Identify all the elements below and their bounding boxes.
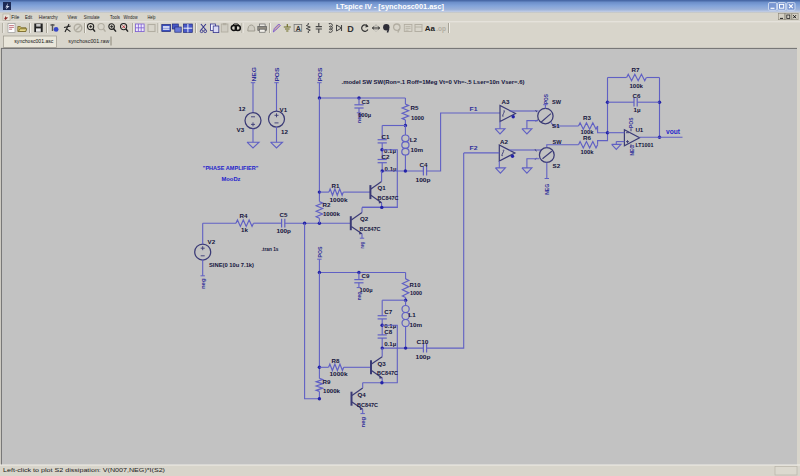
svg-text:Aa: Aa [425,24,436,33]
svg-text:R8: R8 [332,357,340,364]
svg-text:100µ: 100µ [360,286,373,293]
svg-text:POS: POS [628,117,634,128]
svg-text:"PHASE AMPLIFIER": "PHASE AMPLIFIER" [203,164,259,171]
svg-text:D: D [347,24,354,34]
svg-text:Hierarchy: Hierarchy [39,14,58,20]
svg-text:C5: C5 [280,211,288,218]
svg-text:C8: C8 [384,328,392,335]
svg-text:R4: R4 [240,212,248,219]
svg-text:Q4: Q4 [358,391,367,398]
svg-text:POS: POS [543,94,549,104]
svg-text:100k: 100k [581,148,595,155]
svg-text:.model SW SW(Ron=.1 Roff=1Meg: .model SW SW(Ron=.1 Roff=1Meg Vt=0 Vh=-.… [342,79,525,85]
svg-text:100p: 100p [277,227,292,234]
svg-text:NEG: NEG [544,184,550,195]
svg-text:10m: 10m [410,321,423,328]
svg-text:A: A [296,25,301,32]
svg-text:BC847C: BC847C [377,369,398,376]
svg-text:R9: R9 [323,378,331,385]
svg-text:vout: vout [666,128,681,135]
svg-text:R3: R3 [583,114,591,121]
svg-text:BC847C: BC847C [378,194,399,201]
svg-text:Q1: Q1 [378,184,387,191]
svg-text:1000k: 1000k [323,210,341,217]
svg-text:POS: POS [274,67,280,81]
svg-text:POS: POS [317,67,323,81]
svg-text:F1: F1 [470,105,479,112]
svg-text:V3: V3 [237,126,245,133]
svg-text:1000k: 1000k [330,196,349,203]
svg-text:.op: .op [436,25,446,33]
svg-text:100p: 100p [416,353,431,360]
svg-text:C1: C1 [382,133,390,140]
svg-text:S2: S2 [553,162,561,169]
svg-text:1000: 1000 [411,114,425,121]
svg-text:U1: U1 [635,126,643,133]
svg-text:12: 12 [239,105,246,112]
svg-text:Edit: Edit [25,14,33,20]
svg-text:LT1001: LT1001 [636,141,654,148]
svg-text:neg: neg [200,278,206,289]
svg-text:1000: 1000 [410,289,422,296]
svg-text:Q2: Q2 [360,215,369,222]
svg-text:synchosc001.asc: synchosc001.asc [14,38,53,44]
svg-text:Left-click to plot S2 dissipat: Left-click to plot S2 dissipation: V(N00… [3,467,165,473]
svg-text:R1: R1 [332,182,340,189]
svg-text:1000k: 1000k [323,387,341,394]
svg-text:C6: C6 [633,92,641,99]
svg-text:1000k: 1000k [330,370,349,377]
svg-text:R6: R6 [583,134,591,141]
svg-text:neg: neg [356,292,362,301]
svg-text:C7: C7 [384,308,392,315]
svg-text:LTspice IV - [synchosc001.asc]: LTspice IV - [synchosc001.asc] [336,3,444,11]
svg-text:A3: A3 [502,98,510,105]
svg-text:V2: V2 [208,238,216,245]
svg-text:SW: SW [553,138,562,145]
svg-text:MooDz: MooDz [222,175,241,182]
svg-text:neg: neg [359,242,365,249]
svg-text:1k: 1k [241,226,248,233]
svg-text:C2: C2 [382,153,390,160]
svg-text:10m: 10m [411,146,424,153]
svg-text:View: View [68,14,78,20]
svg-text:SW: SW [552,98,561,105]
svg-text:BC847C: BC847C [360,225,381,232]
svg-text:synchosc001.raw: synchosc001.raw [68,38,110,44]
svg-text:1µ: 1µ [634,106,641,113]
svg-text:File: File [11,14,19,20]
svg-text:Simulate: Simulate [84,14,100,20]
svg-text:R5: R5 [411,104,419,111]
svg-text:Q3: Q3 [378,360,387,367]
svg-text:POS: POS [317,246,323,257]
svg-text:100k: 100k [630,82,644,89]
svg-text:R7: R7 [632,66,640,73]
svg-text:BC847C: BC847C [357,401,378,408]
svg-text:100µ: 100µ [358,111,371,118]
svg-text:L2: L2 [410,136,418,143]
svg-text:NEG: NEG [251,67,257,82]
svg-text:Tools: Tools [110,14,120,20]
svg-text:S1: S1 [552,122,560,129]
svg-text:F2: F2 [470,144,479,151]
svg-text:NEG: NEG [629,145,635,156]
svg-text:L1: L1 [409,311,417,318]
svg-text:C10: C10 [417,338,430,345]
svg-text:neg: neg [360,416,366,427]
svg-text:C4: C4 [420,161,428,168]
svg-text:.tran 1s: .tran 1s [262,246,280,252]
svg-text:12: 12 [281,128,288,135]
svg-text:C3: C3 [362,98,370,105]
svg-text:A2: A2 [500,138,508,145]
svg-text:C9: C9 [362,272,370,279]
svg-text:R10: R10 [410,281,422,288]
svg-text:100p: 100p [416,176,431,183]
svg-text:V1: V1 [280,106,288,113]
svg-text:Window: Window [124,14,138,20]
svg-text:Help: Help [148,14,156,20]
svg-text:0.1µ: 0.1µ [384,340,396,347]
svg-text:SINE(0 10u 7.1k): SINE(0 10u 7.1k) [209,262,254,268]
